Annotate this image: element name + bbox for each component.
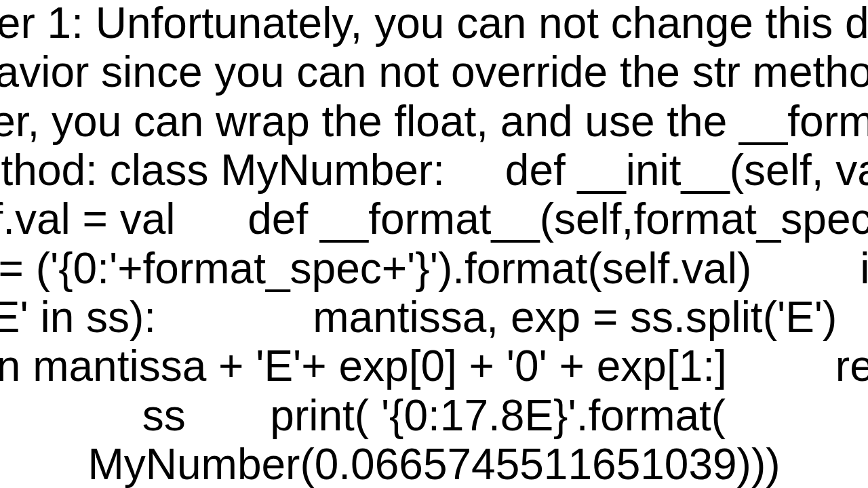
text-line-5: lf.val = val def __format__(self,format_… <box>0 195 868 243</box>
text-line-4: ethod: class MyNumber: def __init__(self… <box>0 146 868 195</box>
text-line-6: = ('{0:'+format_spec+'}').format(self.va… <box>0 244 868 293</box>
text-line-10: MyNumber(0.0665745511651039))) <box>87 440 780 488</box>
text-line-9: ss print( '{0:17.8E}'.format( <box>142 391 726 440</box>
text-line-1: ver 1: Unfortunately, you can not change… <box>0 0 868 47</box>
document-text-block: ver 1: Unfortunately, you can not change… <box>0 0 868 488</box>
text-line-8: rn mantissa + 'E'+ exp[0] + '0' + exp[1:… <box>0 342 868 390</box>
text-line-2: havior since you can not override the st… <box>0 47 868 96</box>
text-line-7: 'E' in ss): mantissa, exp = ss.split('E'… <box>0 293 868 342</box>
text-line-3: ver, you can wrap the float, and use the… <box>0 97 868 146</box>
